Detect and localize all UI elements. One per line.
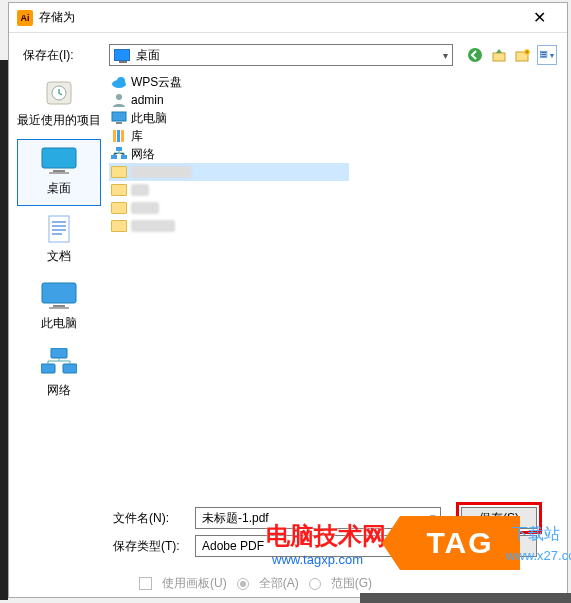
svg-rect-32 xyxy=(116,147,122,151)
list-item[interactable]: admin xyxy=(109,91,349,109)
redacted-text xyxy=(131,202,159,214)
all-radio-label: 全部(A) xyxy=(259,575,299,592)
this-pc-icon xyxy=(39,281,79,311)
folder-icon xyxy=(111,220,127,232)
use-artboards-label: 使用画板(U) xyxy=(162,575,227,592)
svg-rect-23 xyxy=(63,364,77,373)
use-artboards-checkbox[interactable] xyxy=(139,577,152,590)
desktop-icon xyxy=(39,146,79,176)
svg-rect-12 xyxy=(49,172,69,174)
save-button[interactable]: 保存(S) xyxy=(461,507,537,529)
places-this-pc[interactable]: 此电脑 xyxy=(17,275,101,340)
list-item[interactable]: 此电脑 xyxy=(109,109,349,127)
svg-rect-16 xyxy=(52,229,66,231)
places-network[interactable]: 网络 xyxy=(17,342,101,407)
recent-items-icon xyxy=(43,80,75,108)
svg-rect-30 xyxy=(117,130,120,142)
toolbar-icons: ▾ xyxy=(465,45,557,65)
svg-rect-7 xyxy=(541,56,546,57)
file-label: admin xyxy=(131,93,164,107)
place-label: 最近使用的项目 xyxy=(17,113,101,127)
svg-rect-28 xyxy=(116,122,122,124)
place-label: 网络 xyxy=(47,383,71,397)
svg-rect-14 xyxy=(52,221,66,223)
svg-rect-33 xyxy=(111,155,117,159)
svg-rect-5 xyxy=(541,52,546,53)
filetype-combo[interactable] xyxy=(195,535,441,557)
location-combo[interactable]: 桌面 ▾ xyxy=(109,44,453,66)
svg-rect-21 xyxy=(51,348,67,358)
titlebar: Ai 存储为 ✕ xyxy=(9,3,567,33)
range-radio-label: 范围(G) xyxy=(331,575,372,592)
up-one-level-icon[interactable] xyxy=(489,45,509,65)
app-left-strip xyxy=(0,60,8,600)
filename-input[interactable] xyxy=(195,507,441,529)
window-title: 存储为 xyxy=(39,9,519,26)
chevron-down-icon: ▾ xyxy=(443,50,448,61)
ai-app-icon: Ai xyxy=(17,10,33,26)
location-text: 桌面 xyxy=(136,47,160,64)
user-folder-icon xyxy=(111,92,127,108)
svg-rect-34 xyxy=(121,155,127,159)
place-label: 桌面 xyxy=(47,181,71,195)
views-icon[interactable]: ▾ xyxy=(537,45,557,65)
redacted-text xyxy=(131,220,175,232)
svg-rect-19 xyxy=(53,305,65,307)
svg-rect-1 xyxy=(493,53,505,61)
svg-rect-20 xyxy=(49,307,69,309)
save-as-dialog: Ai 存储为 ✕ 保存在(I): 桌面 ▾ ▾ xyxy=(8,2,568,598)
list-item[interactable]: WPS云盘 xyxy=(109,73,349,91)
back-icon[interactable] xyxy=(465,45,485,65)
file-label: 库 xyxy=(131,128,143,145)
places-documents[interactable]: 文档 xyxy=(17,208,101,273)
place-label: 文档 xyxy=(47,249,71,263)
cloud-icon xyxy=(111,74,127,90)
svg-rect-29 xyxy=(113,130,116,142)
filename-label: 文件名(N): xyxy=(113,510,195,527)
svg-rect-27 xyxy=(112,112,126,121)
svg-rect-31 xyxy=(121,130,124,142)
close-icon: ✕ xyxy=(533,8,546,27)
folder-icon xyxy=(111,202,127,214)
close-button[interactable]: ✕ xyxy=(519,4,559,32)
file-label: 网络 xyxy=(131,146,155,163)
save-form: 文件名(N): ▾ 保存(S) 保存类型(T): ▾ 取消 xyxy=(9,507,567,567)
places-desktop[interactable]: 桌面 xyxy=(17,139,101,206)
cancel-button[interactable]: 取消 xyxy=(461,535,537,557)
dialog-body: 最近使用的项目 桌面 文档 xyxy=(9,71,567,501)
network-small-icon xyxy=(111,147,127,161)
library-icon xyxy=(111,128,127,144)
list-item[interactable]: 库 xyxy=(109,127,349,145)
svg-rect-6 xyxy=(541,54,546,55)
redacted-text xyxy=(131,166,191,178)
svg-rect-11 xyxy=(53,170,65,172)
documents-icon xyxy=(45,214,73,244)
svg-rect-15 xyxy=(52,225,66,227)
folder-icon xyxy=(111,166,127,178)
folder-icon xyxy=(111,184,127,196)
save-button-label: 保存(S) xyxy=(479,510,519,527)
list-item-redacted[interactable] xyxy=(109,217,567,235)
network-icon xyxy=(41,348,77,378)
place-label: 此电脑 xyxy=(41,316,77,330)
new-folder-icon[interactable] xyxy=(513,45,533,65)
svg-rect-22 xyxy=(41,364,55,373)
svg-point-26 xyxy=(116,94,122,100)
app-bottom-strip xyxy=(360,593,571,603)
file-list[interactable]: WPS云盘 admin 此电脑 库 网络 xyxy=(109,71,567,501)
range-radio[interactable] xyxy=(309,578,321,590)
file-label: WPS云盘 xyxy=(131,74,182,91)
all-radio[interactable] xyxy=(237,578,249,590)
places-recent[interactable]: 最近使用的项目 xyxy=(17,74,101,137)
svg-rect-17 xyxy=(52,233,62,235)
location-toolbar: 保存在(I): 桌面 ▾ ▾ xyxy=(9,39,567,71)
svg-rect-10 xyxy=(42,148,76,168)
filetype-label: 保存类型(T): xyxy=(113,538,195,555)
list-item-redacted[interactable] xyxy=(109,181,567,199)
list-item-redacted[interactable] xyxy=(109,163,349,181)
svg-point-0 xyxy=(468,48,482,62)
list-item-redacted[interactable] xyxy=(109,199,567,217)
places-bar: 最近使用的项目 桌面 文档 xyxy=(9,71,109,501)
list-item[interactable]: 网络 xyxy=(109,145,349,163)
redacted-text xyxy=(131,184,149,196)
